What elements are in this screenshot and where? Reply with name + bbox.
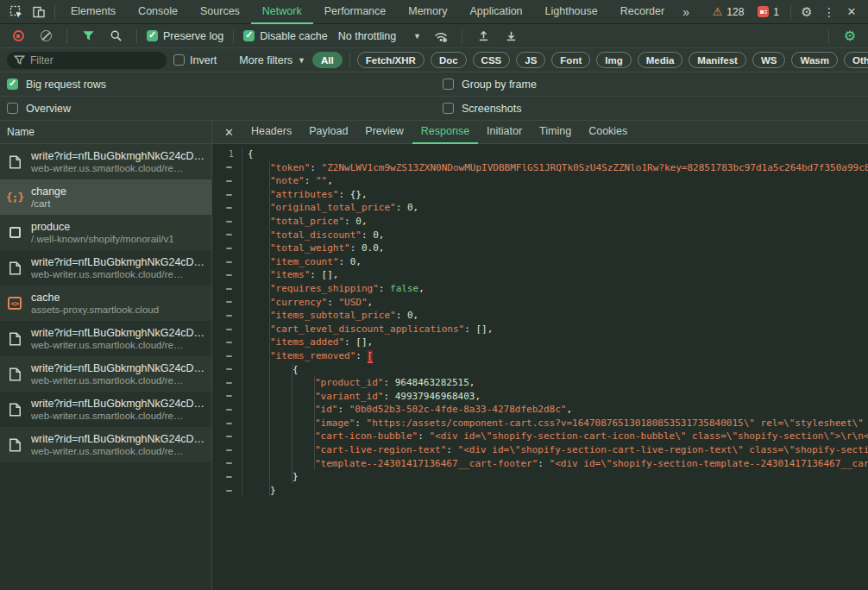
- tab-application[interactable]: Application: [458, 0, 533, 24]
- device-toolbar-icon[interactable]: [28, 1, 50, 23]
- settings-gear-icon[interactable]: ⚙: [796, 1, 818, 23]
- big-request-rows-checkbox[interactable]: [7, 78, 18, 90]
- line-number[interactable]: 1: [212, 148, 242, 161]
- fold-marker[interactable]: [212, 349, 242, 363]
- overview-toggle[interactable]: Overview: [7, 103, 71, 115]
- detail-tab-headers[interactable]: Headers: [242, 121, 300, 144]
- more-filters-dropdown[interactable]: More filters ▼: [239, 54, 305, 66]
- fold-marker[interactable]: [212, 229, 242, 242]
- big-request-rows-toggle[interactable]: Big request rows: [7, 78, 106, 91]
- network-conditions-icon[interactable]: [430, 25, 452, 47]
- more-tabs-icon[interactable]: »: [676, 5, 696, 19]
- fold-marker[interactable]: [212, 215, 242, 229]
- filter-pill-css[interactable]: CSS: [473, 52, 511, 68]
- tab-recorder[interactable]: Recorder: [609, 0, 676, 24]
- throttling-dropdown[interactable]: No throttling ▼: [338, 30, 421, 42]
- request-row[interactable]: <>cacheassets-proxy.smartlook.cloud: [0, 286, 211, 321]
- filter-pill-fetch-xhr[interactable]: Fetch/XHR: [357, 52, 425, 68]
- warnings-counter[interactable]: ⚠ 128: [713, 5, 745, 18]
- name-column-header[interactable]: Name: [0, 121, 211, 144]
- fold-marker[interactable]: [212, 201, 242, 215]
- detail-tab-timing[interactable]: Timing: [531, 121, 580, 144]
- filter-pill-manifest[interactable]: Manifest: [689, 52, 746, 68]
- fold-marker[interactable]: [212, 417, 242, 430]
- filter-pill-all[interactable]: All: [312, 52, 343, 68]
- filter-pill-ws[interactable]: WS: [752, 52, 786, 68]
- filter-pill-media[interactable]: Media: [638, 52, 683, 68]
- search-icon[interactable]: [104, 25, 127, 47]
- request-row[interactable]: write?rid=nfLBuGbkmghNkG24cD…web-writer.…: [0, 321, 211, 356]
- fold-marker[interactable]: [212, 430, 242, 443]
- kebab-menu-icon[interactable]: ⋮: [818, 1, 840, 23]
- fold-marker[interactable]: [212, 443, 242, 457]
- overview-checkbox[interactable]: [7, 103, 18, 114]
- filter-pill-other[interactable]: Other: [844, 52, 868, 68]
- detail-tab-preview[interactable]: Preview: [356, 121, 412, 144]
- tab-performance[interactable]: Performance: [313, 0, 398, 24]
- tab-lighthouse[interactable]: Lighthouse: [534, 0, 609, 24]
- fold-marker[interactable]: [212, 403, 242, 417]
- tab-console[interactable]: Console: [127, 0, 189, 24]
- response-body-viewer[interactable]: 1{"token": "Z2NwLWV1cm9wZS13ZXN0NDowMUpI…: [212, 144, 868, 590]
- detail-tab-payload[interactable]: Payload: [300, 121, 356, 144]
- request-row[interactable]: produce/.well-known/shopify/monorail/v1: [0, 215, 211, 250]
- filter-pill-wasm[interactable]: Wasm: [791, 52, 837, 68]
- disable-cache-checkbox[interactable]: [243, 30, 255, 41]
- detail-tab-cookies[interactable]: Cookies: [580, 121, 636, 144]
- group-by-frame-checkbox[interactable]: [443, 78, 454, 90]
- issues-counter[interactable]: 1: [758, 6, 779, 18]
- fold-marker[interactable]: [212, 282, 242, 296]
- filter-input[interactable]: [30, 54, 160, 66]
- detail-tab-response[interactable]: Response: [412, 121, 478, 144]
- fold-marker[interactable]: [212, 242, 242, 255]
- request-row[interactable]: {;}change/cart: [0, 179, 211, 215]
- group-by-frame-toggle[interactable]: Group by frame: [443, 78, 537, 91]
- close-icon[interactable]: ✕: [840, 1, 863, 23]
- disable-cache-toggle[interactable]: Disable cache: [243, 30, 328, 42]
- fold-marker[interactable]: [212, 457, 242, 471]
- fold-marker[interactable]: [212, 268, 242, 282]
- tab-elements[interactable]: Elements: [60, 0, 127, 24]
- request-row[interactable]: write?rid=nfLBuGbkmghNkG24cD…web-writer.…: [0, 250, 211, 286]
- fold-marker[interactable]: [212, 323, 242, 336]
- filter-searchbox[interactable]: [7, 52, 167, 69]
- fold-marker[interactable]: [212, 390, 242, 404]
- preserve-log-toggle[interactable]: Preserve log: [147, 30, 223, 42]
- filter-pill-img[interactable]: Img: [596, 52, 631, 68]
- fold-marker[interactable]: [212, 336, 242, 349]
- record-icon[interactable]: [13, 30, 24, 41]
- screenshots-checkbox[interactable]: [443, 103, 454, 114]
- fold-marker[interactable]: [212, 188, 242, 202]
- filter-pill-js[interactable]: JS: [516, 52, 545, 68]
- fold-marker[interactable]: [212, 470, 242, 484]
- import-har-icon[interactable]: [472, 25, 494, 47]
- filter-pill-font[interactable]: Font: [551, 52, 590, 68]
- request-row[interactable]: write?rid=nfLBuGbkmghNkG24cD…web-writer.…: [0, 356, 211, 392]
- preserve-log-checkbox[interactable]: [147, 30, 158, 41]
- request-row[interactable]: write?rid=nfLBuGbkmghNkG24cD…web-writer.…: [0, 427, 211, 462]
- fold-marker[interactable]: [212, 309, 242, 323]
- invert-checkbox[interactable]: [173, 54, 185, 66]
- fold-marker[interactable]: [212, 376, 242, 390]
- fold-marker[interactable]: [212, 484, 242, 498]
- invert-toggle[interactable]: Invert: [173, 54, 217, 66]
- fold-marker[interactable]: [212, 174, 242, 188]
- export-har-icon[interactable]: [500, 25, 522, 47]
- detail-tab-initiator[interactable]: Initiator: [478, 121, 531, 144]
- filter-funnel-icon[interactable]: [77, 25, 99, 47]
- tab-memory[interactable]: Memory: [397, 0, 458, 24]
- tab-sources[interactable]: Sources: [189, 0, 251, 24]
- close-detail-icon[interactable]: ✕: [216, 126, 242, 139]
- request-row[interactable]: write?rid=nfLBuGbkmghNkG24cD…web-writer.…: [0, 392, 211, 427]
- network-settings-gear-icon[interactable]: ⚙: [839, 25, 861, 47]
- request-row[interactable]: write?rid=nfLBuGbkmghNkG24cD…web-writer.…: [0, 144, 211, 179]
- screenshots-toggle[interactable]: Screenshots: [443, 103, 521, 115]
- fold-marker[interactable]: [212, 296, 242, 310]
- fold-marker[interactable]: [212, 255, 242, 269]
- filter-pill-doc[interactable]: Doc: [431, 52, 467, 68]
- inspect-icon[interactable]: [5, 1, 28, 23]
- fold-marker[interactable]: [212, 363, 242, 377]
- fold-marker[interactable]: [212, 161, 242, 175]
- clear-icon[interactable]: [41, 30, 52, 41]
- tab-network[interactable]: Network: [251, 0, 313, 24]
